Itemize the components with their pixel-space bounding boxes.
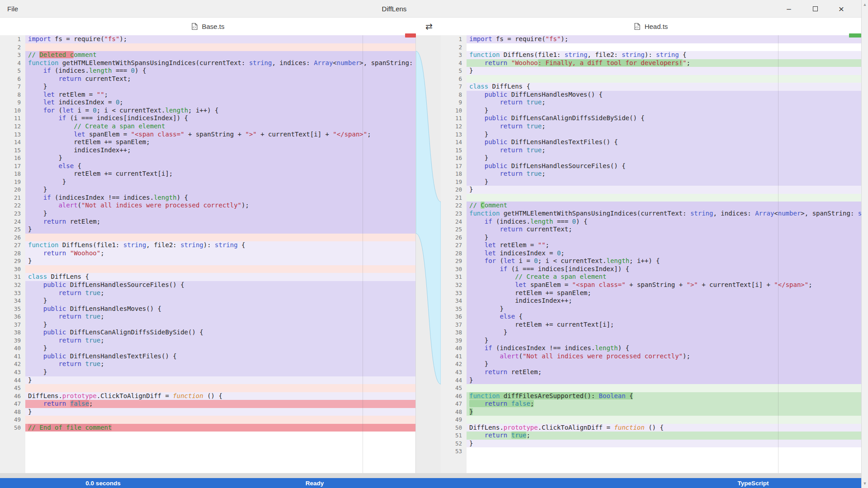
line-number: 37	[441, 321, 467, 329]
code-line: 25 return currentText;	[441, 225, 861, 234]
code-line: 2	[0, 43, 415, 52]
window-scrollbar[interactable]: ▲ ▼	[861, 0, 868, 488]
line-number: 1	[441, 35, 467, 43]
code-line: 38 }	[441, 328, 861, 337]
code-text: // End of file comment	[25, 424, 415, 432]
code-line: 43 return retElem;	[441, 368, 861, 376]
code-text: // Comment	[467, 202, 861, 210]
code-line: 37 retElem += currentText[i];	[441, 321, 861, 329]
line-number: 35	[441, 305, 467, 313]
code-text: }	[467, 186, 861, 194]
code-line: 17 public DiffLensHandlesSourceFiles() {	[441, 162, 861, 170]
code-line: 35 public DiffLensHandlesMoves() {	[0, 305, 415, 313]
code-text: else {	[467, 313, 861, 321]
line-number: 7	[0, 83, 25, 91]
code-line: 44}	[441, 376, 861, 385]
code-text: retElem += spanElem;	[25, 138, 415, 146]
line-number: 46	[441, 392, 467, 400]
line-number: 19	[0, 178, 25, 186]
line-number: 8	[0, 91, 25, 99]
code-text: return "Woohoo";	[25, 249, 415, 258]
base-file-tab[interactable]: Base.ts	[191, 18, 224, 35]
code-line: 47 return false; return false;	[441, 400, 861, 408]
base-code-pane[interactable]: 1import fs = require("fs");23// Deleted …	[0, 35, 416, 473]
head-code-pane[interactable]: 1import fs = require("fs");23function Di…	[441, 35, 861, 473]
line-number: 41	[0, 352, 25, 361]
line-number: 44	[0, 376, 25, 385]
code-text: }	[467, 234, 861, 242]
head-file-tab[interactable]: Head.ts	[634, 18, 668, 35]
code-text: DiffLens.prototype.ClickToAlignDiff = fu…	[467, 424, 861, 432]
swap-icon: ⇄	[425, 21, 433, 32]
scroll-up-icon[interactable]: ▲	[862, 1, 868, 8]
code-line: 24 return retElem;	[0, 218, 415, 226]
code-text: }	[25, 368, 415, 376]
code-line: 7class DiffLens {	[441, 83, 861, 91]
minimize-icon: –	[787, 5, 791, 14]
code-text: return true;	[467, 432, 861, 440]
line-number: 49	[441, 416, 467, 424]
maximize-restore-button[interactable]	[802, 0, 828, 18]
code-line: 10 for (let i = 0; i < currentText.lengt…	[0, 107, 415, 115]
line-number: 48	[441, 408, 467, 416]
line-number: 4	[441, 59, 467, 67]
code-line: 6 return currentText;	[0, 75, 415, 83]
line-number: 3	[0, 51, 25, 59]
menu-file[interactable]: File	[0, 0, 25, 18]
code-line: 13 }	[441, 131, 861, 139]
close-button[interactable]: ×	[828, 0, 854, 18]
code-text: }	[467, 408, 861, 416]
line-number: 17	[441, 162, 467, 170]
scroll-down-icon[interactable]: ▼	[862, 480, 868, 487]
code-line: 38 public DiffLensCanAlignDiffsSideBySid…	[0, 328, 415, 337]
line-number: 53	[441, 447, 467, 455]
code-text: indicesIndex++;	[25, 146, 415, 155]
line-number: 43	[441, 368, 467, 376]
code-line: 4function getHTMLElementWithSpansUsingIn…	[0, 59, 415, 67]
code-line: 40 if (indicesIndex !== indices.length) …	[441, 344, 861, 352]
code-text: import fs = require("fs");	[25, 35, 415, 43]
code-text: for (let i = 0; i < currentText.length; …	[467, 257, 861, 265]
line-number: 16	[0, 154, 25, 162]
code-text: public DiffLensHandlesMoves() {	[467, 91, 861, 99]
line-number: 52	[441, 440, 467, 448]
code-line: 16 }	[441, 154, 861, 162]
code-line: 49	[441, 416, 861, 424]
code-text: return true;	[25, 360, 415, 368]
code-line: 33 retElem += spanElem;	[441, 289, 861, 297]
code-line: 14 public DiffLensHandlesTextFiles() {	[441, 138, 861, 146]
line-number: 32	[0, 281, 25, 289]
line-number: 11	[441, 114, 467, 122]
restore-icon	[813, 6, 818, 11]
line-number: 33	[441, 289, 467, 297]
code-text: }	[467, 107, 861, 115]
horizontal-scrollbar-track[interactable]	[0, 473, 861, 478]
code-text: }	[467, 131, 861, 139]
diff-overview-marker-removed	[405, 33, 416, 38]
line-number: 10	[0, 107, 25, 115]
code-line: 5}	[441, 67, 861, 75]
code-text: public DiffLensHandlesTextFiles() {	[25, 352, 415, 361]
code-line: 43 }	[0, 368, 415, 376]
minimize-button[interactable]: –	[776, 0, 802, 18]
code-line: 6	[441, 75, 861, 83]
code-text: class DiffLens {	[467, 83, 861, 91]
swap-files-button[interactable]: ⇄	[425, 18, 433, 35]
line-number: 27	[0, 241, 25, 249]
line-number: 41	[441, 352, 467, 361]
line-number: 25	[0, 225, 25, 234]
code-text: // Deleted comment	[25, 51, 415, 59]
code-text: retElem += currentText[i];	[25, 170, 415, 178]
code-text: }	[25, 321, 415, 329]
code-line: 40 }	[0, 344, 415, 352]
line-number: 50	[0, 424, 25, 432]
line-number: 12	[0, 122, 25, 131]
code-text: // Create a span element	[25, 122, 415, 131]
status-elapsed-time: 0.0 seconds	[85, 478, 120, 488]
line-number: 24	[0, 218, 25, 226]
line-number: 32	[441, 281, 467, 289]
line-number: 34	[441, 297, 467, 305]
diff-view: 1import fs = require("fs");23// Deleted …	[0, 35, 861, 473]
line-number: 23	[0, 210, 25, 218]
line-number: 13	[0, 131, 25, 139]
